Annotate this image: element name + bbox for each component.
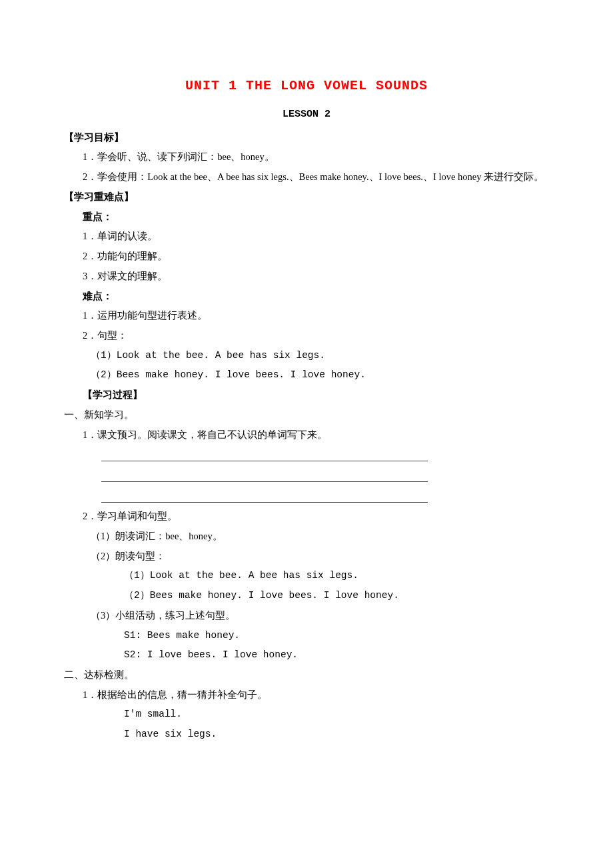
guess-line: I have six legs. bbox=[64, 725, 549, 745]
lesson-subtitle: LESSON 2 bbox=[64, 105, 549, 125]
zhongdian-item: 3．对课文的理解。 bbox=[64, 267, 549, 287]
part1-heading: 一、新知学习。 bbox=[64, 405, 549, 425]
study-item: 2．学习单词和句型。 bbox=[64, 507, 549, 527]
sentence-pattern: （1）Look at the bee. A bee has six legs. bbox=[64, 346, 549, 366]
group-activity-label: （3）小组活动，练习上述句型。 bbox=[64, 606, 549, 626]
read-sentence: （1）Look at the bee. A bee has six legs. bbox=[64, 566, 549, 586]
process-heading: 【学习过程】 bbox=[64, 385, 549, 405]
nandian-item: 2．句型： bbox=[64, 326, 549, 346]
read-sentence: （2）Bees make honey. I love bees. I love … bbox=[64, 586, 549, 606]
zhongdian-item: 2．功能句的理解。 bbox=[64, 247, 549, 267]
read-sentence-label: （2）朗读句型： bbox=[64, 547, 549, 567]
objective-item: 2．学会使用：Look at the bee、A bee has six leg… bbox=[64, 167, 549, 187]
part2-heading: 二、达标检测。 bbox=[64, 665, 549, 685]
keypoints-heading: 【学习重难点】 bbox=[64, 187, 549, 207]
test-item: 1．根据给出的信息，猜一猜并补全句子。 bbox=[64, 685, 549, 705]
nandian-item: 1．运用功能句型进行表述。 bbox=[64, 306, 549, 326]
blank-line bbox=[101, 465, 428, 482]
read-vocab: （1）朗读词汇：bee、honey。 bbox=[64, 527, 549, 547]
preview-item: 1．课文预习。阅读课文，将自己不认识的单词写下来。 bbox=[64, 425, 549, 445]
zhongdian-label: 重点： bbox=[64, 207, 549, 227]
sentence-pattern: （2）Bees make honey. I love bees. I love … bbox=[64, 365, 549, 385]
nandian-label: 难点： bbox=[64, 287, 549, 307]
dialogue-line: S1: Bees make honey. bbox=[64, 626, 549, 646]
guess-line: I'm small. bbox=[64, 705, 549, 725]
unit-title: UNIT 1 THE LONG VOWEL SOUNDS bbox=[64, 72, 549, 99]
objective-item: 1．学会听、说、读下列词汇：bee、honey。 bbox=[64, 147, 549, 167]
objectives-heading: 【学习目标】 bbox=[64, 128, 549, 148]
blank-line bbox=[101, 486, 428, 503]
zhongdian-item: 1．单词的认读。 bbox=[64, 227, 549, 247]
dialogue-line: S2: I love bees. I love honey. bbox=[64, 645, 549, 665]
blank-line bbox=[101, 445, 428, 461]
